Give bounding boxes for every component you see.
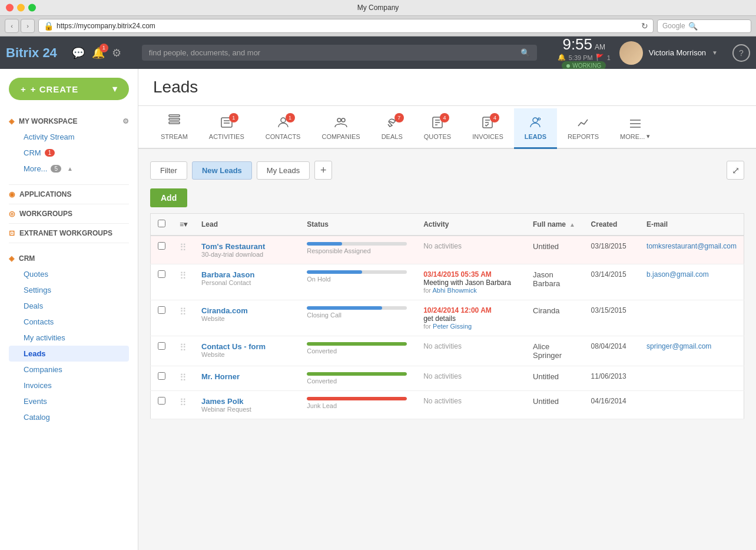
row-checkbox[interactable] [158, 242, 165, 250]
global-search[interactable]: 🔍 [142, 45, 537, 61]
forward-button[interactable]: › [21, 19, 35, 33]
table-row: ⠿ Tom's Restaurant 30-day-trial download… [151, 236, 744, 264]
crm-label: CRM [24, 148, 41, 157]
tab-quotes[interactable]: 4 QUOTES [413, 108, 462, 149]
row-checkbox[interactable] [158, 397, 165, 405]
select-all-checkbox[interactable] [158, 220, 165, 227]
th-status[interactable]: Status [300, 214, 416, 236]
browser-traffic-lights[interactable] [6, 4, 36, 12]
user-section[interactable]: Victoria Morrison ▼ [619, 41, 718, 65]
close-button[interactable] [6, 4, 14, 12]
lead-name[interactable]: Contact Us - form [201, 342, 293, 351]
minimize-button[interactable] [17, 4, 25, 12]
global-search-input[interactable] [149, 48, 516, 57]
my-workspace-header[interactable]: ◈ MY WORKSPACE ⚙ [9, 114, 129, 129]
email[interactable]: tomksrestaurant@gmail.com [646, 242, 737, 250]
sidebar-item-activity-stream[interactable]: Activity Stream [9, 129, 129, 145]
browser-search-bar[interactable]: Google 🔍 [657, 19, 751, 33]
th-activity[interactable]: Activity [416, 214, 526, 236]
row-checkbox[interactable] [158, 342, 165, 350]
lead-name[interactable]: Tom's Restaurant [201, 242, 293, 251]
tab-leads[interactable]: @ LEADS [514, 108, 557, 149]
sidebar-item-leads[interactable]: Leads [9, 346, 129, 362]
reload-button[interactable]: ↻ [641, 21, 648, 31]
lead-name[interactable]: Ciranda.com [201, 306, 293, 315]
drag-handle[interactable]: ⠿ [180, 397, 187, 407]
email[interactable]: springer@gmail.com [646, 342, 737, 350]
extranet-header[interactable]: ⊡ EXTRANET WORKGROUPS [0, 227, 138, 240]
tab-stream[interactable]: STREAM [150, 106, 198, 149]
activity-for-link[interactable]: Abhi Bhowmick [432, 287, 476, 294]
sidebar-item-settings[interactable]: Settings [9, 282, 129, 298]
sidebar-item-contacts[interactable]: Contacts [9, 314, 129, 330]
tab-quotes-label: QUOTES [424, 133, 451, 140]
tab-more[interactable]: MORE... ▾ [609, 110, 661, 149]
row-created-cell: 03/14/2015 [584, 264, 640, 300]
drag-handle[interactable]: ⠿ [180, 373, 187, 383]
back-button[interactable]: ‹ [5, 19, 19, 33]
add-filter-button[interactable]: + [314, 161, 332, 180]
tab-companies[interactable]: COMPANIES [311, 108, 370, 149]
settings-icon[interactable]: ⚙ [112, 47, 121, 59]
message-icon[interactable]: 💬 [72, 47, 85, 59]
sidebar-item-crm[interactable]: CRM 1 [9, 145, 129, 161]
status-label: Converted [307, 347, 409, 354]
th-created[interactable]: Created [584, 214, 640, 236]
expand-button[interactable]: ⤢ [727, 161, 744, 180]
sidebar-item-deals[interactable]: Deals [9, 298, 129, 314]
lead-sub: Website [201, 351, 293, 358]
maximize-button[interactable] [28, 4, 36, 12]
row-checkbox[interactable] [158, 372, 165, 380]
add-button[interactable]: Add [150, 188, 187, 207]
activity-for-link[interactable]: Peter Gissing [433, 323, 472, 330]
workgroups-header[interactable]: ◎ WORKGROUPS [0, 207, 138, 220]
notification-icon[interactable]: 🔔 1 [92, 47, 105, 59]
row-activity-cell: 03/14/2015 05:35 AM Meeting with Jason B… [416, 264, 526, 300]
table-row: ⠿ Barbara Jason Personal Contact On Hold… [151, 264, 744, 300]
help-button[interactable]: ? [732, 44, 750, 62]
create-button[interactable]: + + CREATE ▾ [9, 78, 129, 100]
sidebar-item-invoices[interactable]: Invoices [9, 377, 129, 393]
filter-button[interactable]: Filter [150, 161, 187, 180]
row-checkbox[interactable] [158, 306, 165, 314]
my-leads-button[interactable]: My Leads [257, 161, 310, 180]
tab-invoices[interactable]: 4 INVOICES [462, 108, 514, 149]
sort-options-icon[interactable]: ≡▾ [180, 220, 187, 228]
create-label: + CREATE [31, 84, 78, 94]
row-fullname-cell: Jason Barbara [526, 264, 584, 300]
tab-contacts[interactable]: 1 CONTACTS [255, 108, 311, 149]
workspace-gear-icon[interactable]: ⚙ [122, 117, 129, 125]
user-dropdown-icon[interactable]: ▼ [712, 49, 718, 56]
th-email[interactable]: E-mail [639, 214, 744, 236]
sidebar-item-quotes[interactable]: Quotes [9, 266, 129, 282]
sidebar-item-companies[interactable]: Companies [9, 362, 129, 377]
sidebar-item-catalog[interactable]: Catalog [9, 409, 129, 425]
sidebar-item-events[interactable]: Events [9, 393, 129, 409]
tab-reports[interactable]: REPORTS [557, 108, 609, 149]
lead-name[interactable]: Mr. Horner [201, 372, 293, 381]
row-drag-cell: ⠿ [173, 300, 194, 336]
lead-name[interactable]: James Polk [201, 397, 293, 406]
app-logo[interactable]: Bitrix 24 [6, 45, 57, 61]
th-fullname[interactable]: Full name ▲ [526, 214, 584, 236]
url-bar[interactable]: 🔒 https://mycompany.bitrix24.com ↻ [38, 19, 654, 33]
new-leads-button[interactable]: New Leads [192, 161, 252, 180]
drag-handle[interactable]: ⠿ [180, 307, 187, 317]
no-activities: No activities [423, 242, 519, 250]
row-status-cell: Closing Call [300, 300, 416, 336]
email[interactable]: b.jason@gmail.com [646, 270, 737, 279]
tab-deals[interactable]: 7 DEALS [371, 108, 413, 149]
header-icons: 💬 🔔 1 ⚙ [72, 47, 121, 59]
drag-handle[interactable]: ⠿ [180, 243, 187, 253]
crm-section-header[interactable]: ◈ CRM [9, 251, 129, 266]
applications-header[interactable]: ◉ APPLICATIONS [0, 188, 138, 201]
th-lead[interactable]: Lead [194, 214, 300, 236]
tab-activities[interactable]: 1 ACTIVITIES [198, 108, 255, 149]
drag-handle[interactable]: ⠿ [180, 343, 187, 353]
lead-name[interactable]: Barbara Jason [201, 270, 293, 279]
sidebar-item-more[interactable]: More... 5 ▲ [9, 161, 129, 177]
row-checkbox[interactable] [158, 270, 165, 278]
drag-handle[interactable]: ⠿ [180, 271, 187, 281]
sidebar-item-my-activities[interactable]: My activities [9, 330, 129, 346]
row-created-cell: 03/15/2015 [584, 300, 640, 336]
